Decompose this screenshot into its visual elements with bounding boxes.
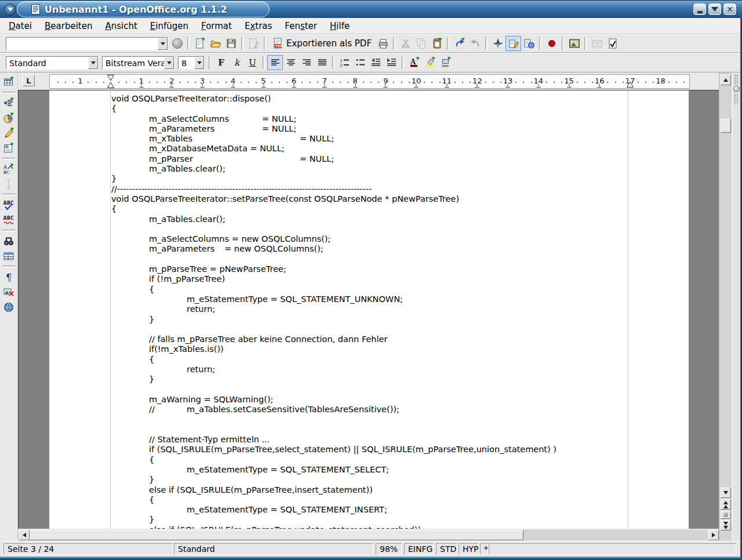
- undo-button[interactable]: [452, 36, 467, 51]
- navigator-button[interactable]: [490, 36, 505, 51]
- paragraph-style-dropdown-button[interactable]: [88, 57, 98, 69]
- svg-text:BC: BC: [3, 170, 9, 175]
- align-center-button[interactable]: [283, 55, 299, 70]
- hyperlink-button[interactable]: [521, 36, 537, 51]
- spellcheck-button[interactable]: ABC: [1, 198, 17, 213]
- paragraph-style-combo[interactable]: Standard: [6, 56, 99, 70]
- vertical-scroll-thumb[interactable]: [721, 119, 731, 133]
- insert-fields-button[interactable]: [1, 96, 17, 111]
- decrease-indent-button[interactable]: [368, 55, 384, 70]
- previous-page-button[interactable]: [721, 499, 731, 510]
- horizontal-scroll-thumb[interactable]: [30, 530, 523, 540]
- next-page-button[interactable]: [721, 520, 731, 530]
- url-field-combo[interactable]: [6, 37, 168, 50]
- font-color-button[interactable]: A: [406, 55, 422, 70]
- menu-bearbeiten[interactable]: Bearbeiten: [38, 19, 99, 33]
- scroll-down-button[interactable]: [721, 488, 731, 498]
- font-size-value[interactable]: 8: [179, 57, 194, 69]
- document-view[interactable]: void OSQLParseTreeIterator::dispose() { …: [18, 90, 719, 529]
- tab-type-selector[interactable]: L: [23, 75, 35, 86]
- draw-functions-button[interactable]: [1, 126, 17, 141]
- data-sources-button[interactable]: [1, 249, 17, 264]
- underline-button[interactable]: U: [245, 55, 260, 70]
- scroll-up-button[interactable]: [721, 75, 731, 85]
- scroll-right-button[interactable]: [708, 530, 719, 540]
- online-layout-button[interactable]: [1, 300, 17, 315]
- print-file-button[interactable]: [375, 36, 391, 51]
- status-spare-field[interactable]: [489, 543, 736, 555]
- highlighting-button[interactable]: [422, 55, 438, 70]
- form-functions-button[interactable]: [1, 141, 17, 156]
- ruler-tick: [149, 82, 150, 83]
- menu-ansicht[interactable]: Ansicht: [99, 19, 143, 33]
- font-size-combo[interactable]: 8: [178, 56, 205, 70]
- url-field-value[interactable]: [6, 38, 158, 50]
- maximize-button[interactable]: [708, 3, 721, 15]
- edit-file-button[interactable]: [246, 36, 261, 51]
- copy-button[interactable]: [413, 36, 429, 51]
- record-macro-button[interactable]: [544, 36, 559, 51]
- auto-spellcheck-button[interactable]: ABC: [1, 213, 17, 228]
- new-document-button[interactable]: [192, 36, 208, 51]
- insert-table-button[interactable]: [1, 75, 17, 90]
- save-document-button[interactable]: [223, 36, 239, 51]
- cut-button[interactable]: [398, 36, 413, 51]
- status-page-indicator[interactable]: Seite 3 / 24: [3, 543, 173, 555]
- left-indent-marker[interactable]: [107, 75, 114, 88]
- url-field-dropdown-button[interactable]: [158, 38, 168, 50]
- numbering-button[interactable]: 12: [337, 55, 352, 70]
- check-document-button[interactable]: [605, 36, 620, 51]
- font-name-value[interactable]: Bitstream Vera S: [103, 57, 164, 69]
- italic-button[interactable]: k: [229, 55, 245, 70]
- menu-einfgen[interactable]: Einfügen: [144, 19, 195, 33]
- stop-button[interactable]: [172, 38, 183, 49]
- status-selection-mode[interactable]: STD: [436, 543, 457, 555]
- page[interactable]: void OSQLParseTreeIterator::dispose() { …: [49, 90, 689, 529]
- window-menu-button[interactable]: [4, 3, 16, 16]
- align-left-button[interactable]: [267, 55, 283, 70]
- paragraph-style-value[interactable]: Standard: [6, 57, 88, 69]
- nonprinting-characters-button[interactable]: ¶: [1, 270, 17, 285]
- right-indent-marker[interactable]: [627, 81, 634, 88]
- horizontal-ruler[interactable]: 1123456789101112131415161718: [49, 74, 690, 89]
- menu-format[interactable]: Format: [195, 19, 238, 33]
- insert-object-button[interactable]: [1, 111, 17, 126]
- gallery-button[interactable]: [566, 36, 582, 51]
- redo-button[interactable]: [467, 36, 483, 51]
- bold-button[interactable]: F: [213, 55, 229, 70]
- bullets-button[interactable]: [352, 55, 368, 70]
- paragraph-background-button[interactable]: [438, 55, 453, 70]
- font-name-combo[interactable]: Bitstream Vera S: [102, 56, 174, 70]
- export-pdf-button[interactable]: PDFExportieren als PDF: [268, 36, 375, 51]
- graphics-on-off-button[interactable]: [1, 285, 17, 300]
- vertical-scrollbar[interactable]: [719, 72, 732, 541]
- align-right-button[interactable]: [299, 55, 314, 70]
- find-replace-button[interactable]: [1, 234, 17, 249]
- direct-cursor-button[interactable]: [1, 177, 17, 192]
- align-justify-button[interactable]: [314, 55, 330, 70]
- status-hyperlink-mode[interactable]: HYP: [459, 543, 479, 555]
- menu-datei[interactable]: Datei: [2, 19, 38, 33]
- status-modified-flag[interactable]: *: [480, 543, 488, 555]
- close-button[interactable]: ✕: [723, 3, 736, 15]
- mail-document-button[interactable]: [589, 36, 605, 51]
- autotext-button[interactable]: ABC: [1, 162, 17, 177]
- font-size-dropdown-button[interactable]: [194, 57, 204, 69]
- open-file-button[interactable]: [208, 36, 223, 51]
- document-text[interactable]: void OSQLParseTreeIterator::dispose() { …: [111, 94, 556, 529]
- menu-extras[interactable]: Extras: [238, 19, 278, 33]
- stylist-button[interactable]: [505, 36, 521, 51]
- status-page-style[interactable]: Standard: [174, 543, 373, 555]
- navigation-button[interactable]: [721, 511, 731, 519]
- status-zoom-level[interactable]: 98%: [376, 543, 402, 555]
- horizontal-scrollbar[interactable]: [18, 530, 719, 540]
- menu-hilfe[interactable]: Hilfe: [323, 19, 356, 33]
- increase-indent-button[interactable]: [384, 55, 399, 70]
- paste-button[interactable]: [429, 36, 445, 51]
- minimize-button[interactable]: [693, 3, 706, 15]
- menu-fenster[interactable]: Fenster: [278, 19, 323, 33]
- status-insert-mode[interactable]: EINFG: [404, 543, 434, 555]
- titlebar[interactable]: Unbenannt1 - OpenOffice.org 1.1.2 ✕: [0, 0, 742, 18]
- scroll-left-button[interactable]: [19, 530, 30, 540]
- font-name-dropdown-button[interactable]: [164, 57, 174, 69]
